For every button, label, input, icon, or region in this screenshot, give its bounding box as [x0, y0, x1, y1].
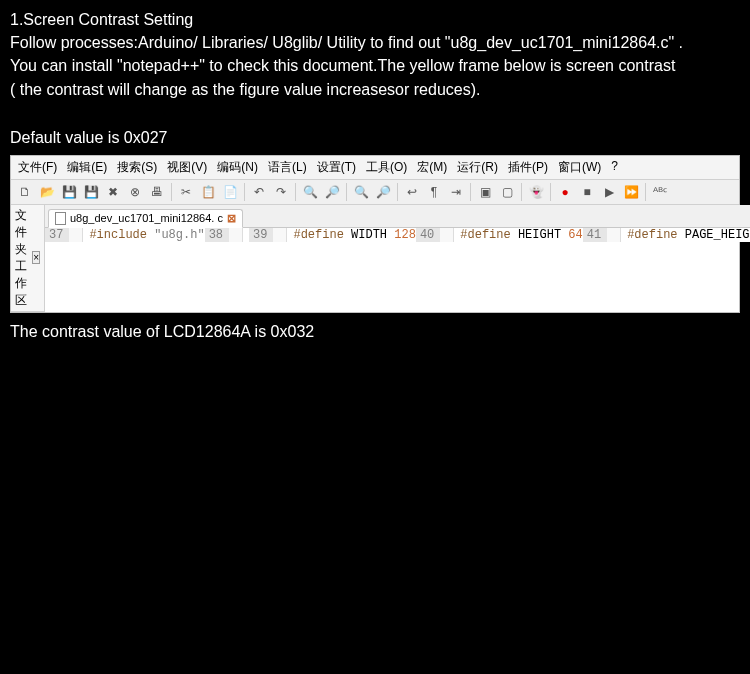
- file-tab-label: u8g_dev_uc1701_mini12864. c: [70, 212, 223, 224]
- default-value-label: Default value is 0x027: [0, 101, 750, 155]
- fold-gutter: [607, 228, 621, 242]
- menu-item[interactable]: 运行(R): [454, 158, 501, 177]
- menu-item[interactable]: 编码(N): [214, 158, 261, 177]
- fold-gutter: [229, 228, 243, 242]
- menu-item[interactable]: 搜索(S): [114, 158, 160, 177]
- code-line: 38: [205, 228, 249, 242]
- file-new-button[interactable]: 🗋: [15, 182, 35, 202]
- toolbar-separator: [550, 183, 551, 201]
- code-line: 39#define WIDTH 128: [249, 228, 416, 242]
- file-tab[interactable]: u8g_dev_uc1701_mini12864. c ⊠: [48, 209, 243, 228]
- toolbar-separator: [645, 183, 646, 201]
- chars-button[interactable]: ¶: [424, 182, 444, 202]
- line-number: 41: [583, 228, 607, 242]
- code-text: #define PAGE_HEIGHT 8: [621, 228, 750, 242]
- close-all-button[interactable]: ⊗: [125, 182, 145, 202]
- intro-line-3: ( the contrast will change as the figure…: [10, 78, 740, 101]
- print-button[interactable]: 🖶: [147, 182, 167, 202]
- zoom-out-button[interactable]: 🔎: [373, 182, 393, 202]
- toolbar-separator: [521, 183, 522, 201]
- code-text: #include "u8g.h": [83, 228, 204, 242]
- indent-button[interactable]: ⇥: [446, 182, 466, 202]
- fold-gutter: [273, 228, 287, 242]
- stop-button[interactable]: ■: [577, 182, 597, 202]
- toolbar-separator: [244, 183, 245, 201]
- footer-note: The contrast value of LCD12864A is 0x032: [0, 313, 750, 341]
- folder-workspace-panel: 文件夹工作区 ×: [11, 205, 45, 312]
- unfold-button[interactable]: ▢: [497, 182, 517, 202]
- abc-button[interactable]: ᴬᴮᶜ: [650, 182, 670, 202]
- code-text: #define HEIGHT 64: [454, 228, 582, 242]
- code-line: 40#define HEIGHT 64: [416, 228, 583, 242]
- toolbar-separator: [397, 183, 398, 201]
- menu-item[interactable]: 宏(M): [414, 158, 450, 177]
- file-open-button[interactable]: 📂: [37, 182, 57, 202]
- copy-button[interactable]: 📋: [198, 182, 218, 202]
- code-area: 37#include "u8g.h" 38 39#define WIDTH 12…: [45, 228, 750, 242]
- code-text: #define WIDTH 128: [287, 228, 415, 242]
- toolbar-separator: [295, 183, 296, 201]
- line-number: 40: [416, 228, 440, 242]
- undo-button[interactable]: ↶: [249, 182, 269, 202]
- menu-item[interactable]: 文件(F): [15, 158, 60, 177]
- zoom-in-button[interactable]: 🔍: [351, 182, 371, 202]
- file-icon: [55, 212, 66, 225]
- play-multi-button[interactable]: ⏩: [621, 182, 641, 202]
- code-line: 41#define PAGE_HEIGHT 8: [583, 228, 750, 242]
- fold-button[interactable]: ▣: [475, 182, 495, 202]
- toolbar-separator: [171, 183, 172, 201]
- tab-close-icon[interactable]: ⊠: [227, 212, 236, 225]
- panel-close-button[interactable]: ×: [32, 251, 40, 264]
- menu-item[interactable]: 工具(O): [363, 158, 410, 177]
- record-button[interactable]: ●: [555, 182, 575, 202]
- menu-item[interactable]: 视图(V): [164, 158, 210, 177]
- toolbar: 🗋📂💾💾✖⊗🖶✂📋📄↶↷🔍🔎🔍🔎↩¶⇥▣▢👻●■▶⏩ᴬᴮᶜ: [11, 180, 739, 205]
- play-button[interactable]: ▶: [599, 182, 619, 202]
- line-number: 39: [249, 228, 273, 242]
- redo-button[interactable]: ↷: [271, 182, 291, 202]
- replace-button[interactable]: 🔎: [322, 182, 342, 202]
- fold-gutter: [69, 228, 83, 242]
- ghost-button[interactable]: 👻: [526, 182, 546, 202]
- paste-button[interactable]: 📄: [220, 182, 240, 202]
- close-button[interactable]: ✖: [103, 182, 123, 202]
- menu-item[interactable]: 语言(L): [265, 158, 310, 177]
- editor-window: 文件(F)编辑(E)搜索(S)视图(V)编码(N)语言(L)设置(T)工具(O)…: [10, 155, 740, 313]
- folder-workspace-title: 文件夹工作区: [15, 207, 32, 309]
- menu-item[interactable]: 设置(T): [314, 158, 359, 177]
- intro-line-2: You can install "notepad++" to check thi…: [10, 54, 740, 77]
- cut-button[interactable]: ✂: [176, 182, 196, 202]
- save-all-button[interactable]: 💾: [81, 182, 101, 202]
- section-title: 1.Screen Contrast Setting: [10, 8, 740, 31]
- menu-item[interactable]: ?: [608, 158, 621, 177]
- save-button[interactable]: 💾: [59, 182, 79, 202]
- line-number: 38: [205, 228, 229, 242]
- menu-bar: 文件(F)编辑(E)搜索(S)视图(V)编码(N)语言(L)设置(T)工具(O)…: [11, 156, 739, 180]
- menu-item[interactable]: 窗口(W): [555, 158, 604, 177]
- fold-gutter: [440, 228, 454, 242]
- tab-strip: u8g_dev_uc1701_mini12864. c ⊠: [45, 205, 750, 228]
- line-number: 37: [45, 228, 69, 242]
- wrap-button[interactable]: ↩: [402, 182, 422, 202]
- menu-item[interactable]: 编辑(E): [64, 158, 110, 177]
- find-button[interactable]: 🔍: [300, 182, 320, 202]
- code-line: 37#include "u8g.h": [45, 228, 205, 242]
- toolbar-separator: [346, 183, 347, 201]
- menu-item[interactable]: 插件(P): [505, 158, 551, 177]
- toolbar-separator: [470, 183, 471, 201]
- intro-line-1: Follow processes:Arduino/ Libraries/ U8g…: [10, 31, 740, 54]
